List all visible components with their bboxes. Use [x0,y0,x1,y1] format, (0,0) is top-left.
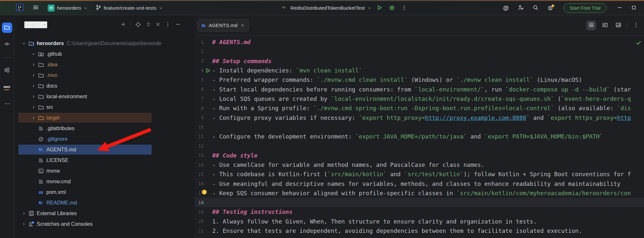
tree-row-readme.md[interactable]: M↓README.md [14,197,195,208]
editor-line-6[interactable]: 6- Start local dependencies before runni… [195,84,644,94]
more-vertical-button[interactable] [165,22,171,28]
editor-line-5[interactable]: 5- Preferred wrapper commands: `./mvnw.c… [195,75,644,84]
editor-line-12[interactable]: 12 [195,141,644,150]
chevron-right-icon[interactable] [21,222,27,226]
editor-line-18[interactable]: 18 [195,198,644,207]
editor-more-button[interactable] [631,21,641,30]
editor-line-14[interactable]: 14- Use camelCase for variable and metho… [195,160,644,169]
locate-button[interactable] [135,22,141,28]
project-tree: heroordersC:\Users\jjean\Documents\apps\… [14,34,195,229]
editor[interactable]: 1# AGENTS.md23## Setup commands4- Instal… [195,35,644,238]
line-text: - Run with a Spring profile: `./mvnw.cmd… [212,105,631,111]
text-file-icon [38,178,44,185]
chevron-right-icon[interactable] [31,73,36,78]
run-more-button[interactable] [400,4,408,12]
tree-row-local-environment[interactable]: local-environment [14,91,195,102]
code-segment: ## Testing instructions [212,208,292,215]
expand-all-button[interactable] [146,22,151,28]
run-widget: RedisDistributedTokenBucketTest [281,1,408,15]
project-widget[interactable]: H heroorders [48,5,88,12]
tool-window-button-project[interactable] [2,23,12,33]
editor-line-16[interactable]: 16- Use meaningful and descriptive names… [195,179,644,188]
tree-row-.gitattributes[interactable]: .gitattributes [14,123,195,134]
project-view-selector[interactable]: Project [24,21,47,28]
chevron-right-icon[interactable] [31,94,36,99]
editor-line-7[interactable]: 7- Local SQS queues are created by `loca… [195,94,644,103]
maximize-button[interactable] [630,5,638,11]
editor-line-20[interactable]: 201. Always follow the Given, When, Then… [195,217,644,226]
editor-line-4[interactable]: 4- Install dependencies: `mvn clean inst… [195,66,644,75]
tool-window-button-commit[interactable] [2,39,12,50]
settings-button[interactable]: ⚙ [546,4,554,12]
editor-line-3[interactable]: 3## Setup commands [195,56,644,66]
tool-window-button-aws[interactable]: aws [2,82,12,92]
editor-line-8[interactable]: 8- Run with a Spring profile: `./mvnw.cm… [195,103,644,113]
tab-agents-md[interactable]: M↓ AGENTS.md [197,19,249,32]
start-free-trial-button[interactable]: Start Free Trial [564,3,607,13]
chevron-down-icon[interactable] [21,41,27,46]
line-text: ## Code style [212,152,258,159]
debug-button[interactable] [388,4,396,12]
close-tab-icon[interactable] [240,23,245,28]
tree-row-agents.md[interactable]: M↓AGENTS.md [14,144,195,155]
intention-bulb-icon[interactable] [202,190,207,195]
search-button[interactable] [531,4,540,12]
tree-row-src[interactable]: src [14,102,195,112]
editor-line-10[interactable]: 10 [195,122,644,132]
tree-row-docs[interactable]: docs [14,81,195,91]
run-configuration-selector[interactable]: RedisDistributedTokenBucketTest [290,5,372,11]
split-view-view-button[interactable] [600,21,610,30]
tree-row-license[interactable]: LICENSE [14,155,195,166]
plus-button[interactable] [120,22,126,28]
tree-row-scratches-and-consoles[interactable]: Scratches and Consoles [14,219,195,229]
tree-item-label: target [46,115,60,121]
run-button[interactable] [375,4,384,12]
ai-assistant-button[interactable]: @ [502,4,510,12]
editor-line-19[interactable]: 19## Testing instructions [195,207,644,216]
project-panel-header: Project [14,15,195,34]
chevron-right-icon[interactable] [31,84,36,88]
tree-row-heroorders[interactable]: heroordersC:\Users\jjean\Documents\apps\… [14,38,195,49]
app-menu-button[interactable]: IJ [15,4,24,12]
tree-row-.gitignore[interactable]: .gitignore [14,134,195,144]
chevron-down-icon[interactable] [31,52,36,56]
editor-tab-bar: M↓ AGENTS.md [195,15,644,35]
chevron-right-icon[interactable] [31,105,36,109]
tree-row-external-libraries[interactable]: External Libraries [14,208,195,219]
editor-line-21[interactable]: 212. Ensure that tests are independent, … [195,226,644,235]
libraries-icon [28,210,34,217]
minimize-button[interactable] [616,5,623,11]
tree-row-.idea[interactable]: .idea [14,59,195,70]
tree-row-target[interactable]: target [14,112,195,123]
hamburger-menu-button[interactable] [32,4,40,12]
line-text: - Local SQS queues are created by `local… [212,95,631,102]
tool-window-button-structure[interactable] [2,65,12,76]
editor-only-view-button[interactable] [586,21,596,30]
hide-button[interactable] [175,22,181,28]
tree-row-.mvn[interactable]: .mvn [14,70,195,81]
inline-link[interactable]: http [617,114,631,121]
tree-row-.github[interactable]: .github [14,49,195,59]
tree-row-mvnw[interactable]: mvnw [14,166,195,176]
chevron-right-icon[interactable] [31,62,36,67]
tool-window-stripe: aws [0,15,14,238]
inline-link[interactable]: http://proxy.example.com:8080 [425,114,526,121]
tree-row-pom.xml[interactable]: mpom.xml [14,187,195,197]
vcs-branch-widget[interactable]: feature/create-unit-tests [96,5,163,12]
collapse-all-button[interactable] [156,22,160,28]
editor-line-2[interactable]: 2 [195,47,644,56]
tree-row-mvnw.cmd[interactable]: mvnw.cmd [14,176,195,187]
chevron-right-icon[interactable] [21,211,27,216]
editor-line-11[interactable]: 11- Configure the development environmen… [195,132,644,141]
editor-line-17[interactable]: 17- Keep SQS consumer behavior aligned w… [195,188,644,198]
editor-line-13[interactable]: 13## Code style [195,151,644,160]
preview-view-button[interactable] [613,21,623,30]
editor-line-1[interactable]: 1# AGENTS.md [195,37,644,47]
run-line-marker[interactable] [204,67,212,74]
editor-line-15[interactable]: 15- This codebase is Kotlin-first (`src/… [195,169,644,179]
editor-area: M↓ AGENTS.md 1# AGENTS.md23## Setup comm… [195,15,644,238]
code-with-me-button[interactable] [516,4,525,12]
editor-line-9[interactable]: 9- Configure proxy variables if necessar… [195,113,644,122]
chevron-right-icon[interactable] [31,116,36,120]
tool-window-button-more-horizontal[interactable] [2,99,12,109]
